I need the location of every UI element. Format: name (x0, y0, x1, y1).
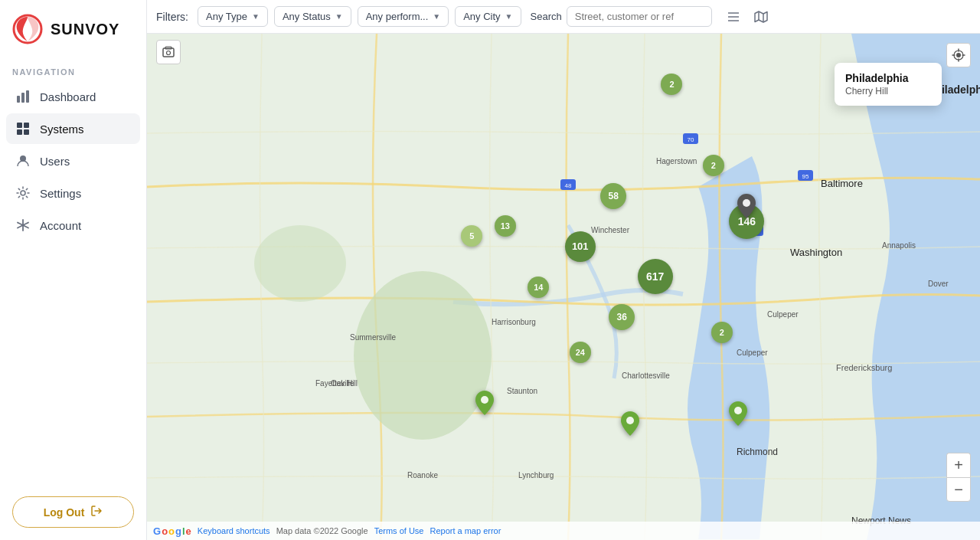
svg-rect-3 (26, 90, 29, 103)
svg-point-57 (626, 417, 634, 424)
svg-rect-1 (17, 96, 20, 103)
svg-text:Roanoke: Roanoke (407, 471, 438, 479)
chart-bar-icon (15, 89, 31, 104)
type-filter-label: Any Type (206, 11, 247, 22)
svg-point-55 (481, 396, 488, 404)
svg-text:48: 48 (565, 182, 572, 189)
svg-point-54 (167, 51, 171, 55)
svg-text:Hagerstown: Hagerstown (656, 157, 697, 165)
sidebar: SUNVOY NAVIGATION Dashboard (0, 0, 147, 540)
terms-link[interactable]: Terms of Use (374, 526, 424, 535)
svg-text:Staunton: Staunton (507, 387, 537, 395)
svg-rect-2 (21, 93, 24, 103)
performer-filter-chevron: ▼ (433, 12, 440, 21)
screenshot-button[interactable] (156, 40, 181, 64)
sidebar-item-systems-label: Systems (40, 123, 84, 136)
report-link[interactable]: Report a map error (430, 526, 501, 535)
svg-point-59 (956, 53, 961, 57)
status-filter[interactable]: Any Status ▼ (274, 6, 351, 27)
pin-marker-p1[interactable] (475, 391, 494, 418)
svg-text:Baltimore: Baltimore (821, 178, 863, 189)
pin-marker-p3[interactable] (621, 411, 639, 439)
filters-label: Filters: (156, 11, 188, 23)
main-content: Filters: Any Type ▼ Any Status ▼ Any per… (147, 0, 980, 540)
asterisk-icon (15, 218, 31, 233)
sunvoy-logo-icon (12, 14, 43, 44)
city-filter-chevron: ▼ (505, 12, 513, 21)
cluster-marker-c8[interactable]: 14 (528, 277, 549, 298)
performer-filter-label: Any perform... (366, 11, 429, 22)
pin-marker-p2[interactable] (729, 401, 747, 429)
sidebar-item-account[interactable]: Account (6, 210, 140, 241)
svg-text:Summersville: Summersville (350, 333, 396, 342)
my-location-button[interactable] (946, 43, 971, 67)
svg-text:95: 95 (802, 173, 809, 180)
cluster-marker-c1[interactable]: 2 (703, 155, 724, 176)
pin-marker-p4[interactable] (737, 194, 756, 221)
svg-point-19 (354, 271, 492, 440)
type-filter[interactable]: Any Type ▼ (198, 6, 268, 27)
list-view-button[interactable] (723, 6, 744, 28)
google-logo: Google (153, 525, 191, 537)
search-label: Search (531, 11, 562, 22)
svg-text:Oak Hill: Oak Hill (331, 379, 358, 388)
sidebar-item-settings[interactable]: Settings (6, 178, 140, 208)
type-filter-chevron: ▼ (252, 12, 260, 21)
cluster-marker-c7[interactable]: 5 (461, 225, 482, 247)
gear-icon (15, 185, 31, 201)
svg-text:Lynchburg: Lynchburg (518, 471, 554, 479)
cluster-marker-c9[interactable]: 36 (609, 304, 635, 330)
performer-filter[interactable]: Any perform... ▼ (358, 6, 449, 27)
city-filter[interactable]: Any City ▼ (455, 6, 521, 27)
svg-point-20 (254, 225, 346, 302)
map-container[interactable]: Philadelphia Baltimore Washington Richmo… (147, 34, 980, 540)
svg-rect-7 (24, 129, 29, 135)
person-icon (15, 153, 31, 169)
toolbar-icons (723, 6, 772, 28)
svg-rect-4 (17, 123, 22, 128)
sidebar-footer: Log Out (0, 484, 146, 540)
zoom-out-button[interactable]: − (946, 477, 971, 502)
cluster-marker-c2[interactable]: 58 (600, 183, 626, 209)
map-keyboard-shortcuts[interactable]: Keyboard shortcuts (198, 526, 270, 535)
popup-sub: Cherry Hill (845, 86, 931, 97)
svg-text:Richmond: Richmond (737, 447, 778, 457)
map-background: Philadelphia Baltimore Washington Richmo… (147, 34, 980, 540)
cluster-marker-c11[interactable]: 2 (711, 322, 733, 343)
popup-city: Philadelphia (845, 72, 931, 84)
sidebar-item-users-label: Users (40, 155, 70, 168)
svg-text:70: 70 (688, 136, 694, 143)
nav-section-label: NAVIGATION (0, 58, 146, 81)
search-input[interactable] (567, 6, 712, 27)
status-filter-label: Any Status (283, 11, 331, 22)
sidebar-item-systems[interactable]: Systems (6, 113, 140, 144)
sidebar-item-users[interactable]: Users (6, 146, 140, 176)
svg-point-9 (21, 191, 25, 195)
logo-area: SUNVOY (0, 0, 146, 58)
cluster-marker-c5[interactable]: 101 (565, 231, 596, 262)
cluster-marker-c10[interactable]: 24 (570, 342, 591, 363)
svg-text:Dover: Dover (928, 280, 949, 288)
map-data-label: Map data ©2022 Google (276, 526, 368, 535)
logout-icon (90, 505, 103, 519)
svg-text:Charlottesville: Charlottesville (622, 371, 670, 380)
svg-text:Fredericksburg: Fredericksburg (836, 363, 892, 372)
zoom-in-button[interactable]: + (946, 453, 971, 477)
logo-text: SUNVOY (51, 21, 119, 38)
cluster-marker-c4[interactable]: 617 (638, 259, 673, 294)
nav-menu: Dashboard Systems Users (0, 81, 146, 241)
svg-rect-6 (17, 129, 22, 135)
svg-text:Annapolis: Annapolis (882, 241, 916, 250)
svg-rect-52 (163, 48, 174, 57)
search-group: Search (531, 6, 712, 27)
svg-point-56 (734, 407, 742, 414)
sidebar-item-dashboard[interactable]: Dashboard (6, 81, 140, 112)
sidebar-item-dashboard-label: Dashboard (40, 90, 96, 103)
cluster-marker-c12[interactable]: 2 (661, 74, 682, 95)
filter-bar: Filters: Any Type ▼ Any Status ▼ Any per… (147, 0, 980, 34)
map-view-button[interactable] (750, 6, 772, 28)
logout-button[interactable]: Log Out (12, 496, 134, 528)
cluster-marker-c6[interactable]: 13 (495, 215, 516, 237)
city-filter-label: Any City (463, 11, 500, 22)
sidebar-item-account-label: Account (40, 219, 81, 232)
